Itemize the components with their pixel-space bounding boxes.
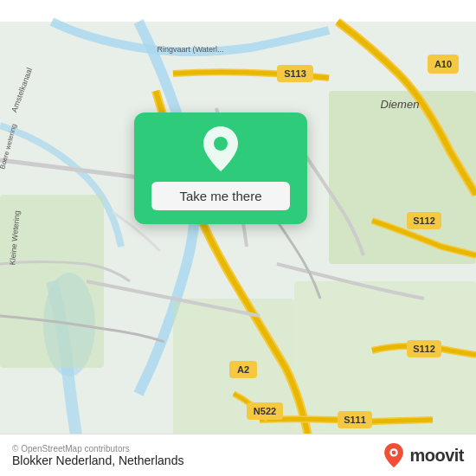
moovit-brand-text: moovit — [409, 446, 464, 466]
bottom-bar: © OpenStreetMap contributors Blokker Ned… — [0, 434, 476, 476]
svg-rect-2 — [329, 91, 476, 264]
location-title: Blokker Nederland, Netherlands — [12, 453, 183, 467]
a10-label: A10 — [434, 59, 452, 69]
s113-label: S113 — [284, 68, 306, 79]
svg-text:S111: S111 — [344, 415, 366, 425]
svg-text:Ringvaart (Waterl...: Ringvaart (Waterl... — [157, 45, 223, 54]
svg-rect-4 — [294, 281, 476, 454]
map-background: A10 S113 S112 S112 S111 A2 A2 N522 Dieme… — [0, 0, 476, 476]
moovit-logo: moovit — [382, 443, 464, 467]
location-pin-icon — [200, 128, 241, 170]
svg-point-25 — [214, 137, 228, 151]
svg-text:S112: S112 — [413, 344, 435, 354]
attribution-text: © OpenStreetMap contributors — [12, 444, 183, 453]
moovit-pin-icon — [382, 443, 406, 467]
bottom-left: © OpenStreetMap contributors Blokker Ned… — [12, 444, 183, 467]
popup-card: Take me there — [134, 113, 307, 224]
diemen-label: Diemen — [381, 98, 420, 111]
take-me-there-button[interactable]: Take me there — [151, 182, 290, 210]
svg-text:N522: N522 — [254, 406, 276, 416]
map-container: A10 S113 S112 S112 S111 A2 A2 N522 Dieme… — [0, 0, 476, 476]
svg-point-27 — [392, 451, 396, 455]
svg-text:A2: A2 — [237, 364, 249, 375]
svg-text:S112: S112 — [413, 215, 435, 226]
